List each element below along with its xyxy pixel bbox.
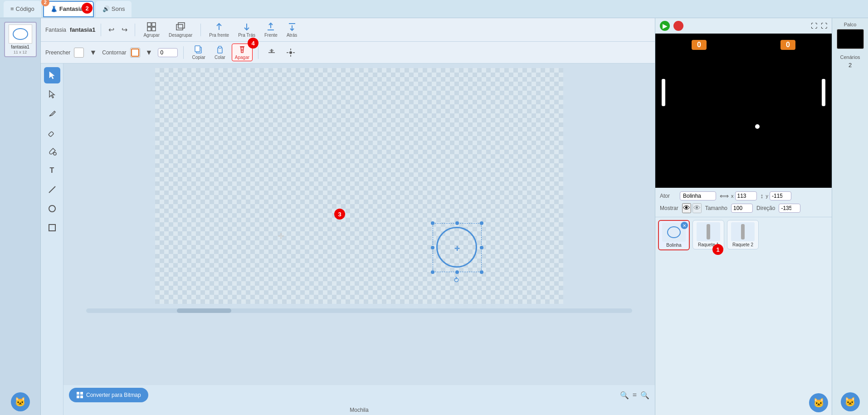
cenarios-count: 2	[848, 62, 852, 68]
colar-button[interactable]: Colar	[212, 44, 228, 61]
add-stage-button[interactable]: 🐱	[841, 392, 860, 411]
agrupar-icon	[146, 22, 156, 32]
canvas-origin-marker: ✛	[278, 231, 284, 241]
handle-tr[interactable]	[480, 221, 483, 225]
zoom-in-button[interactable]: 🔍	[640, 391, 649, 400]
x-label: x	[731, 193, 734, 199]
add-sprite-button[interactable]: 🐱	[809, 393, 828, 412]
outline-dropdown-btn[interactable]: ▼	[144, 48, 155, 58]
sprite-card-raquete1[interactable]: Raquete 1	[692, 220, 724, 249]
fill-color-swatch[interactable]	[74, 48, 84, 58]
sprites-row: ✕ Bolinha	[658, 220, 829, 250]
tab-codigo[interactable]: ≡ Código	[4, 1, 41, 17]
pencil-tool-button[interactable]	[44, 105, 60, 122]
handle-mr[interactable]	[480, 246, 483, 249]
handle-bl[interactable]	[431, 270, 434, 274]
stage-right-column: Palco Cenários 2 🐱	[832, 18, 868, 415]
tab-sons[interactable]: 🔊 Sons	[96, 1, 132, 17]
stage-thumbnail[interactable]	[837, 29, 864, 49]
outline-width-input[interactable]	[158, 48, 178, 57]
sprite-card-label-raquete2: Raquete 2	[732, 242, 753, 247]
sprite-card-bolinha[interactable]: ✕ Bolinha	[658, 220, 690, 250]
direction-input[interactable]	[779, 204, 800, 213]
costume-editor: Fantasia fantasia1 ↩ ↪ Agrupar Desagrupa…	[41, 18, 655, 415]
red-stop-button[interactable]	[673, 21, 683, 31]
costume-name: fantasia1	[70, 26, 95, 33]
eraser-tool-button[interactable]	[44, 124, 60, 141]
svg-rect-20	[48, 132, 54, 137]
size-input[interactable]	[731, 204, 753, 213]
handle-ml[interactable]	[431, 246, 434, 249]
agrupar-button[interactable]: Agrupar	[141, 21, 162, 39]
horizontal-scrollbar[interactable]	[86, 308, 632, 313]
fill-tool-button[interactable]	[44, 143, 60, 160]
eye-visible-button[interactable]: 👁	[682, 203, 691, 213]
zoom-out-button[interactable]: 🔍	[620, 391, 629, 400]
expand-button[interactable]: ⛶	[811, 22, 817, 29]
pra-frente-button[interactable]: Pra frente	[206, 21, 232, 39]
center-button[interactable]	[283, 47, 298, 59]
y-value-input[interactable]	[770, 191, 791, 200]
flip-h-button[interactable]	[264, 47, 279, 59]
preencher-label: Preencher	[45, 49, 70, 56]
outline-color-swatch[interactable]	[130, 48, 140, 58]
x-value-input[interactable]	[735, 191, 757, 200]
redo-button[interactable]: ↪	[120, 24, 129, 35]
y-label: y	[766, 193, 769, 199]
bottom-left-cat-button[interactable]: 🐱	[11, 392, 30, 411]
toolbar-sep-5	[258, 46, 258, 59]
line-icon	[48, 185, 57, 194]
handle-tl[interactable]	[431, 221, 434, 225]
contornar-label: Contornar	[102, 49, 126, 56]
undo-button[interactable]: ↩	[107, 24, 116, 35]
select-tool-button[interactable]	[44, 67, 60, 83]
circle-tool-button[interactable]	[44, 200, 60, 217]
handle-tm[interactable]	[455, 221, 459, 225]
actor-name-input[interactable]	[680, 191, 716, 200]
zoom-eq-button[interactable]: =	[633, 391, 637, 399]
reshape-tool-button[interactable]	[44, 86, 60, 103]
canvas-scroll-area[interactable]: ✛	[63, 63, 655, 385]
sprite-thumbnail-fantasia1[interactable]: fantasia1 11 x 12	[4, 22, 37, 57]
svg-rect-11	[218, 48, 222, 53]
canvas-drawing-surface[interactable]: ✛	[155, 68, 563, 304]
mostrar-label: Mostrar	[660, 205, 678, 211]
sprite-card-delete-bolinha[interactable]: ✕	[681, 222, 688, 229]
svg-point-15	[289, 51, 292, 54]
fullscreen-button[interactable]: ⛶	[821, 22, 827, 29]
rect-tool-button[interactable]	[44, 220, 60, 236]
frente-icon	[266, 22, 276, 32]
rotate-handle[interactable]: ⥁	[454, 276, 459, 284]
desagrupar-button[interactable]: Desagrupar	[166, 21, 195, 39]
apagar-button[interactable]: Apagar 4	[232, 44, 253, 61]
stage-viewport: 0 0	[655, 34, 832, 188]
add-sprite-cat-icon: 🐱	[813, 397, 824, 408]
text-icon: T	[50, 166, 54, 175]
line-tool-button[interactable]	[44, 181, 60, 198]
frente-button[interactable]: Frente	[262, 21, 280, 39]
green-flag-button[interactable]: ▶	[660, 21, 670, 31]
atras-icon	[287, 22, 297, 32]
text-tool-button[interactable]: T	[44, 162, 60, 179]
handle-bm[interactable]	[455, 270, 459, 274]
toolbar-sep-1	[101, 24, 101, 36]
center-icon	[286, 48, 296, 58]
svg-point-29	[668, 227, 680, 238]
right-panel: ▶ ⛶ ⛶ 0 0 Ator	[655, 18, 832, 415]
handle-br[interactable]	[480, 270, 483, 274]
pra-tras-button[interactable]: Pra Trás	[235, 21, 258, 39]
palco-label: Palco	[844, 22, 857, 27]
atras-button[interactable]: Atrás	[284, 21, 300, 39]
tab-fantasias[interactable]: 👗 Fantasias 2	[43, 1, 94, 17]
stage-paddle-left	[662, 79, 665, 106]
sprite-card-raquete2[interactable]: Raquete 2	[727, 220, 759, 249]
scrollbar-thumb[interactable]	[177, 308, 231, 313]
convert-bitmap-button[interactable]: Converter para Bitmap	[69, 388, 148, 402]
stage-controls: ▶ ⛶ ⛶	[655, 18, 832, 34]
copiar-button[interactable]: Copiar	[189, 44, 208, 61]
fill-dropdown-btn[interactable]: ▼	[88, 48, 98, 58]
sprite-thumb-label: fantasia1 11 x 12	[11, 44, 29, 54]
fill-icon	[48, 147, 57, 156]
eye-hidden-button[interactable]: 👁	[692, 203, 702, 213]
costume-icon: 👗	[50, 5, 58, 12]
